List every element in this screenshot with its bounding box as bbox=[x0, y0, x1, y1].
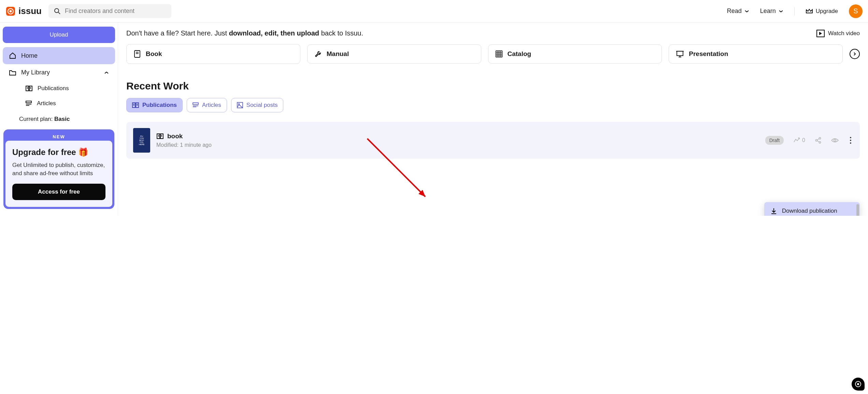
upload-button[interactable]: Upload bbox=[3, 27, 115, 43]
sidebar-library-label: My Library bbox=[21, 69, 50, 76]
book-open-icon bbox=[156, 133, 164, 139]
promo-card: NEW Upgrade for free 🎁 Get Unlimited to … bbox=[3, 129, 114, 209]
sidebar-item-my-library[interactable]: My Library bbox=[3, 64, 115, 81]
status-badge: Draft bbox=[765, 136, 784, 145]
wrench-icon bbox=[314, 50, 322, 58]
article-icon bbox=[25, 100, 32, 107]
sidebar-item-articles[interactable]: Articles bbox=[19, 96, 115, 111]
svg-rect-16 bbox=[496, 51, 502, 57]
search-icon bbox=[54, 8, 61, 15]
menu-download-publication[interactable]: Download publication bbox=[764, 202, 860, 216]
book-icon bbox=[133, 50, 141, 58]
work-title: book bbox=[167, 132, 183, 140]
folder-icon bbox=[9, 69, 16, 76]
search-bar[interactable] bbox=[48, 4, 171, 18]
grid-icon bbox=[495, 50, 503, 58]
sidebar-home-label: Home bbox=[21, 52, 38, 59]
logo-text: issuu bbox=[18, 6, 42, 16]
svg-line-41 bbox=[817, 139, 819, 140]
svg-rect-21 bbox=[677, 51, 683, 56]
chevron-up-icon bbox=[104, 71, 109, 74]
sidebar-articles-label: Articles bbox=[37, 100, 56, 107]
play-icon bbox=[816, 30, 825, 37]
divider bbox=[794, 7, 795, 15]
chevron-down-icon bbox=[779, 10, 783, 13]
search-input[interactable] bbox=[65, 8, 166, 15]
filter-publications[interactable]: Publications bbox=[126, 98, 183, 112]
filter-articles[interactable]: Articles bbox=[187, 98, 227, 112]
template-catalog-label: Catalog bbox=[508, 50, 531, 58]
sidebar-item-home[interactable]: Home bbox=[3, 47, 115, 64]
chevron-down-icon bbox=[744, 10, 749, 13]
upgrade-link[interactable]: Upgrade bbox=[806, 8, 838, 15]
template-manual[interactable]: Manual bbox=[307, 44, 481, 64]
svg-rect-29 bbox=[193, 103, 198, 104]
svg-rect-9 bbox=[26, 101, 31, 103]
logo-mark-icon bbox=[5, 6, 16, 16]
promo-description: Get Unlimited to publish, customize, and… bbox=[12, 161, 105, 178]
current-plan: Current plan: Basic bbox=[3, 111, 115, 127]
filter-articles-label: Articles bbox=[202, 102, 221, 109]
recent-work-title: Recent Work bbox=[126, 80, 860, 92]
promo-title: Upgrade for free 🎁 bbox=[12, 147, 105, 157]
watch-video-button[interactable]: Watch video bbox=[816, 30, 860, 37]
promo-cta-button[interactable]: Access for free bbox=[12, 184, 105, 200]
work-thumbnail: PUYOUBOOTITLHERE bbox=[133, 128, 150, 153]
template-book[interactable]: Book bbox=[126, 44, 300, 64]
book-open-icon bbox=[132, 102, 139, 108]
filter-social-posts[interactable]: Social posts bbox=[231, 98, 284, 112]
logo[interactable]: issuu bbox=[5, 6, 42, 16]
template-catalog[interactable]: Catalog bbox=[488, 44, 662, 64]
template-presentation[interactable]: Presentation bbox=[669, 44, 843, 64]
svg-line-42 bbox=[817, 141, 819, 142]
share-icon[interactable] bbox=[815, 137, 822, 144]
crown-icon bbox=[806, 8, 813, 14]
stats-icon[interactable]: 0 bbox=[793, 137, 805, 143]
template-book-label: Book bbox=[146, 50, 162, 58]
menu-download-label: Download publication bbox=[782, 208, 837, 214]
scrollbar[interactable] bbox=[856, 204, 859, 216]
svg-marker-55 bbox=[418, 190, 425, 197]
svg-point-44 bbox=[850, 137, 851, 138]
upgrade-label: Upgrade bbox=[816, 8, 838, 15]
svg-rect-13 bbox=[134, 51, 140, 57]
nav-learn[interactable]: Learn bbox=[760, 8, 783, 15]
sidebar-item-publications[interactable]: Publications bbox=[19, 81, 115, 96]
promo-new-badge: NEW bbox=[5, 131, 112, 141]
avatar-initial: S bbox=[853, 7, 858, 15]
more-button[interactable] bbox=[848, 135, 853, 145]
context-menu: Download publication Create article Crea… bbox=[764, 202, 860, 216]
book-open-icon bbox=[25, 85, 33, 92]
filter-social-label: Social posts bbox=[246, 102, 278, 109]
svg-point-43 bbox=[834, 139, 836, 141]
nav-read[interactable]: Read bbox=[727, 8, 749, 15]
svg-marker-12 bbox=[819, 32, 822, 35]
work-item[interactable]: PUYOUBOOTITLHERE book Modified: 1 minute… bbox=[126, 122, 860, 159]
svg-point-45 bbox=[850, 140, 851, 141]
image-icon bbox=[237, 102, 243, 108]
home-icon bbox=[9, 52, 16, 59]
sidebar-publications-label: Publications bbox=[38, 85, 69, 92]
chevron-right-icon bbox=[853, 52, 856, 56]
watch-video-label: Watch video bbox=[828, 30, 860, 37]
svg-point-46 bbox=[850, 142, 851, 144]
template-manual-label: Manual bbox=[327, 50, 349, 58]
nav-learn-label: Learn bbox=[760, 8, 776, 15]
svg-line-4 bbox=[58, 12, 60, 14]
presentation-icon bbox=[676, 50, 684, 58]
article-icon bbox=[193, 102, 199, 108]
stat-count: 0 bbox=[802, 137, 805, 143]
avatar[interactable]: S bbox=[849, 4, 863, 18]
work-modified: Modified: 1 minute ago bbox=[156, 142, 759, 148]
svg-point-2 bbox=[10, 10, 12, 12]
filter-publications-label: Publications bbox=[142, 102, 177, 109]
eye-icon[interactable] bbox=[831, 138, 839, 143]
scroll-next-button[interactable] bbox=[850, 49, 860, 59]
nav-read-label: Read bbox=[727, 8, 742, 15]
download-icon bbox=[770, 208, 777, 214]
template-presentation-label: Presentation bbox=[689, 50, 728, 58]
svg-point-3 bbox=[55, 9, 59, 13]
hero-text: Don't have a file? Start here. Just down… bbox=[126, 29, 808, 37]
